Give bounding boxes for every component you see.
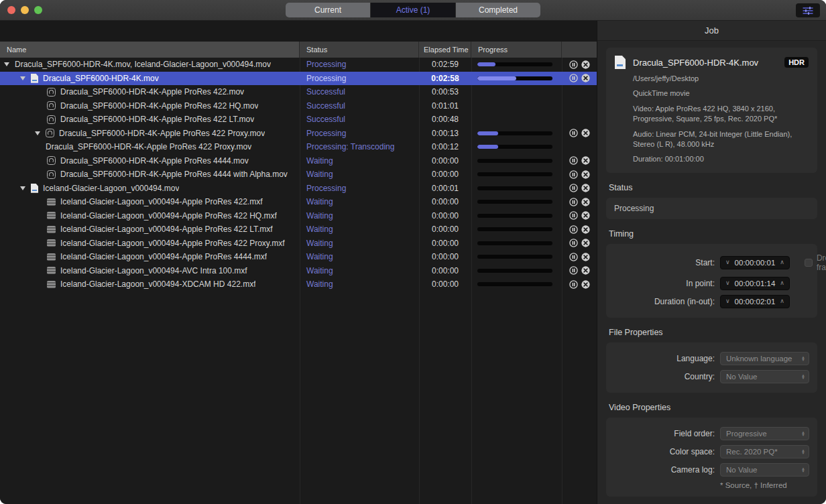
- cancel-button[interactable]: [581, 129, 590, 137]
- table-row[interactable]: Iceland-Glacier-Lagoon_v000494-Apple Pro…: [0, 223, 597, 237]
- table-row[interactable]: Dracula_SPF6000-HDR-4K-Apple ProRes 422 …: [0, 113, 597, 127]
- start-timecode-stepper[interactable]: ∨ 00:00:00:01 ∧: [720, 256, 790, 269]
- setting-output-icon: [47, 115, 56, 124]
- elapsed-time: 0:00:12: [419, 142, 471, 151]
- file-properties-section-header: File Properties: [609, 328, 815, 337]
- field-order-dropdown[interactable]: Progressive ▲▼: [720, 427, 809, 440]
- pause-button[interactable]: [569, 198, 578, 206]
- file-name: Iceland-Glacier-Lagoon_v000494.mov: [43, 184, 179, 193]
- job-file-kind: QuickTime movie: [633, 88, 809, 99]
- mxf-file-icon: [47, 239, 56, 247]
- field-order-label: Field order:: [614, 429, 715, 438]
- cancel-button[interactable]: [581, 170, 590, 179]
- table-row[interactable]: Iceland-Glacier-Lagoon_v000494-AVC Intra…: [0, 264, 597, 278]
- chevron-up-icon[interactable]: ∧: [780, 280, 784, 286]
- pause-button[interactable]: [569, 74, 578, 82]
- chevron-up-icon[interactable]: ∧: [780, 259, 784, 265]
- drop-frame-checkbox[interactable]: [805, 259, 813, 267]
- setting-output-icon: [47, 170, 56, 179]
- minimize-window-button[interactable]: [21, 6, 29, 14]
- table-row[interactable]: Dracula_SPF6000-HDR-4K-Apple ProRes 422.…: [0, 85, 597, 99]
- job-table: Name Status Elapsed Time Progress Dracul…: [0, 21, 597, 504]
- language-dropdown[interactable]: Unknown language ▲▼: [720, 352, 809, 365]
- progress-bar: [477, 145, 552, 149]
- tab-completed[interactable]: Completed: [456, 3, 540, 17]
- elapsed-time: 0:00:00: [419, 252, 471, 261]
- disclosure-triangle-icon[interactable]: [20, 76, 25, 80]
- pause-button[interactable]: [569, 266, 578, 275]
- table-row[interactable]: Iceland-Glacier-Lagoon_v000494-Apple Pro…: [0, 237, 597, 251]
- filter-button[interactable]: [796, 3, 820, 17]
- column-header-elapsed[interactable]: Elapsed Time: [419, 42, 471, 58]
- traffic-lights: [7, 6, 42, 14]
- zoom-window-button[interactable]: [34, 6, 42, 14]
- chevron-up-icon[interactable]: ∧: [780, 298, 784, 304]
- cancel-button[interactable]: [581, 266, 590, 275]
- table-row[interactable]: Iceland-Glacier-Lagoon_v000494-XDCAM HD …: [0, 277, 597, 292]
- elapsed-time: 0:00:53: [419, 87, 471, 97]
- table-row[interactable]: Dracula_SPF6000-HDR-4K-Apple ProRes 422 …: [0, 127, 597, 141]
- pause-button[interactable]: [569, 225, 578, 234]
- cancel-button[interactable]: [581, 156, 590, 165]
- status-label: Processing: Transcoding: [300, 142, 419, 151]
- close-window-button[interactable]: [7, 6, 15, 14]
- cancel-button[interactable]: [581, 184, 590, 192]
- pause-button[interactable]: [569, 184, 578, 192]
- dropdown-arrows-icon: ▲▼: [801, 449, 805, 454]
- table-row[interactable]: Dracula_SPF6000-HDR-4K.mov, Iceland-Glac…: [0, 58, 597, 72]
- cancel-button[interactable]: [581, 198, 590, 206]
- chevron-down-icon[interactable]: ∨: [725, 280, 730, 286]
- table-row[interactable]: Iceland-Glacier-Lagoon_v000494-Apple Pro…: [0, 209, 597, 223]
- disclosure-triangle-icon[interactable]: [4, 62, 9, 66]
- pause-button[interactable]: [569, 60, 578, 69]
- progress-bar: [477, 269, 552, 273]
- in-point-timecode-stepper[interactable]: ∨ 00:00:01:14 ∧: [720, 277, 790, 290]
- chevron-down-icon[interactable]: ∨: [725, 259, 730, 265]
- progress-bar: [477, 76, 552, 80]
- mxf-file-icon: [47, 253, 56, 261]
- country-dropdown[interactable]: No Value ▲▼: [720, 370, 809, 383]
- table-row[interactable]: Dracula_SPF6000-HDR-4K-Apple ProRes 422 …: [0, 140, 597, 154]
- pause-button[interactable]: [569, 129, 578, 137]
- source-inferred-footnote: * Source, † Inferred: [720, 481, 809, 489]
- tab-active-1-[interactable]: Active (1): [371, 3, 455, 17]
- cancel-button[interactable]: [581, 211, 590, 220]
- pause-button[interactable]: [569, 211, 578, 220]
- cancel-button[interactable]: [581, 239, 590, 247]
- color-space-dropdown[interactable]: Rec. 2020 PQ* ▲▼: [720, 445, 809, 458]
- tab-current[interactable]: Current: [286, 3, 370, 17]
- pause-button[interactable]: [569, 280, 578, 289]
- pause-button[interactable]: [569, 156, 578, 165]
- cancel-button[interactable]: [581, 280, 590, 289]
- table-row[interactable]: Iceland-Glacier-Lagoon_v000494.movProces…: [0, 182, 597, 196]
- elapsed-time: 0:00:48: [419, 115, 471, 124]
- column-header-progress[interactable]: Progress: [471, 42, 562, 58]
- table-row[interactable]: Dracula_SPF6000-HDR-4K.movProcessing0:02…: [0, 72, 597, 86]
- table-row[interactable]: Dracula_SPF6000-HDR-4K-Apple ProRes 4444…: [0, 154, 597, 168]
- pause-button[interactable]: [569, 239, 578, 247]
- table-row[interactable]: Iceland-Glacier-Lagoon_v000494-Apple Pro…: [0, 250, 597, 264]
- duration-timecode-stepper[interactable]: ∨ 00:00:02:01 ∧: [720, 295, 790, 308]
- cancel-button[interactable]: [581, 253, 590, 261]
- disclosure-triangle-icon[interactable]: [20, 186, 25, 190]
- mxf-file-icon: [47, 212, 56, 219]
- progress-bar: [477, 227, 552, 231]
- column-header-name[interactable]: Name: [0, 42, 300, 58]
- hdr-badge: HDR: [784, 57, 809, 68]
- file-name: Iceland-Glacier-Lagoon_v000494-Apple Pro…: [60, 225, 273, 234]
- column-header-status[interactable]: Status: [300, 42, 419, 58]
- table-row[interactable]: Dracula_SPF6000-HDR-4K-Apple ProRes 422 …: [0, 99, 597, 113]
- pause-button[interactable]: [569, 253, 578, 261]
- pause-button[interactable]: [569, 170, 578, 179]
- cancel-button[interactable]: [581, 225, 590, 234]
- table-row[interactable]: Iceland-Glacier-Lagoon_v000494-Apple Pro…: [0, 195, 597, 209]
- cancel-button[interactable]: [581, 74, 590, 82]
- chevron-down-icon[interactable]: ∨: [725, 298, 730, 304]
- titlebar: CurrentActive (1)Completed: [0, 0, 826, 21]
- disclosure-triangle-icon[interactable]: [35, 131, 40, 135]
- color-space-value: Rec. 2020 PQ*: [726, 448, 778, 456]
- camera-log-dropdown[interactable]: No Value ▲▼: [720, 463, 809, 477]
- progress-bar: [477, 62, 552, 66]
- table-row[interactable]: Dracula_SPF6000-HDR-4K-Apple ProRes 4444…: [0, 168, 597, 182]
- cancel-button[interactable]: [581, 60, 590, 69]
